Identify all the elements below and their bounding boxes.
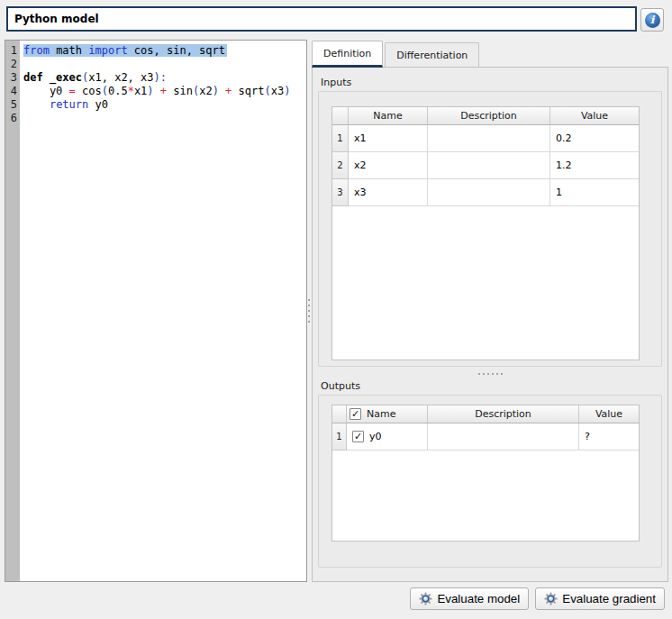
action-buttons: Evaluate model Evaluate gradient bbox=[410, 587, 665, 610]
outputs-table-header: ✓ Name Description Value bbox=[332, 405, 639, 423]
output-enabled-checkbox[interactable]: ✓ bbox=[352, 431, 364, 442]
row-number[interactable]: 1 bbox=[332, 423, 347, 451]
code-line[interactable]: def _exec(x1, x2, x3): bbox=[23, 71, 306, 85]
code-area[interactable]: from math import cos, sin, sqrtdef _exec… bbox=[20, 41, 306, 581]
code-line[interactable]: return y0 bbox=[23, 98, 306, 112]
table-row: 1 ✓ y0 ? bbox=[332, 423, 639, 451]
name-cell[interactable]: ✓ y0 bbox=[347, 423, 428, 451]
table-row: 1 x1 0.2 bbox=[332, 125, 639, 152]
definition-tab-page: Inputs Name Description Value 1 x1 0.2 2 bbox=[312, 67, 668, 582]
horizontal-splitter-handle[interactable] bbox=[313, 367, 667, 380]
description-cell[interactable] bbox=[428, 423, 579, 451]
inputs-table-header: Name Description Value bbox=[332, 107, 639, 125]
row-number[interactable]: 1 bbox=[332, 125, 349, 152]
info-icon: i bbox=[645, 13, 660, 28]
description-cell[interactable] bbox=[428, 152, 550, 179]
column-header-value[interactable]: Value bbox=[579, 405, 639, 423]
value-cell[interactable]: 1.2 bbox=[550, 152, 639, 179]
value-cell[interactable]: 0.2 bbox=[550, 125, 639, 152]
line-number-gutter: 123456 bbox=[5, 41, 20, 581]
column-header-description[interactable]: Description bbox=[428, 405, 579, 423]
code-line[interactable] bbox=[23, 112, 306, 125]
column-header-name[interactable]: Name bbox=[349, 107, 428, 125]
column-header-description[interactable]: Description bbox=[428, 107, 550, 125]
model-name-input[interactable] bbox=[6, 6, 637, 32]
line-number: 3 bbox=[5, 71, 17, 85]
line-number: 4 bbox=[5, 85, 17, 98]
code-editor[interactable]: 123456 from math import cos, sin, sqrtde… bbox=[5, 40, 307, 582]
info-button[interactable]: i bbox=[640, 8, 664, 32]
name-cell[interactable]: x1 bbox=[349, 125, 428, 152]
line-number: 5 bbox=[5, 98, 17, 112]
outputs-group-label: Outputs bbox=[321, 380, 667, 392]
line-number: 1 bbox=[5, 44, 17, 58]
name-cell[interactable]: x3 bbox=[349, 179, 428, 206]
table-row: 3 x3 1 bbox=[332, 179, 639, 206]
gear-icon bbox=[419, 592, 432, 605]
output-name-label: y0 bbox=[369, 431, 382, 442]
description-cell[interactable] bbox=[428, 179, 550, 206]
tab-bar: Definition Differentiation bbox=[312, 40, 668, 67]
code-line[interactable]: from math import cos, sin, sqrt bbox=[23, 44, 306, 58]
select-all-checkbox[interactable]: ✓ bbox=[350, 408, 361, 420]
tab-definition[interactable]: Definition bbox=[312, 41, 383, 68]
gear-icon bbox=[544, 592, 558, 605]
column-header-name[interactable]: ✓ Name bbox=[347, 405, 428, 423]
outputs-table: ✓ Name Description Value 1 ✓ y0 ? bbox=[331, 405, 640, 542]
inputs-table: Name Description Value 1 x1 0.2 2 x2 1.2 bbox=[331, 106, 640, 360]
evaluate-gradient-button[interactable]: Evaluate gradient bbox=[535, 587, 665, 610]
evaluate-model-label: Evaluate model bbox=[437, 592, 520, 605]
column-header-name-label: Name bbox=[367, 408, 395, 420]
python-model-dialog: { "theme": { "accent_border": "#1d3a5f",… bbox=[0, 0, 672, 619]
corner-header-cell[interactable] bbox=[332, 107, 349, 125]
corner-header-cell[interactable] bbox=[332, 405, 347, 423]
code-line[interactable] bbox=[23, 58, 306, 71]
description-cell[interactable] bbox=[428, 125, 550, 152]
evaluate-model-button[interactable]: Evaluate model bbox=[410, 587, 529, 610]
table-row: 2 x2 1.2 bbox=[332, 152, 639, 179]
row-number[interactable]: 2 bbox=[332, 152, 349, 179]
name-cell[interactable]: x2 bbox=[349, 152, 428, 179]
value-cell[interactable]: ? bbox=[579, 423, 639, 451]
outputs-group-box: ✓ Name Description Value 1 ✓ y0 ? bbox=[318, 395, 662, 568]
tab-widget: Definition Differentiation Inputs Name D… bbox=[312, 40, 668, 582]
inputs-group-box: Name Description Value 1 x1 0.2 2 x2 1.2 bbox=[318, 91, 662, 367]
code-line[interactable]: y0 = cos(0.5*x1) + sin(x2) + sqrt(x3) bbox=[23, 85, 306, 98]
line-number: 6 bbox=[5, 112, 17, 125]
evaluate-gradient-label: Evaluate gradient bbox=[562, 592, 656, 605]
line-number: 2 bbox=[5, 58, 17, 71]
value-cell[interactable]: 1 bbox=[550, 179, 639, 206]
tab-differentiation[interactable]: Differentiation bbox=[385, 42, 479, 67]
vertical-splitter-handle[interactable] bbox=[308, 299, 310, 323]
inputs-group-label: Inputs bbox=[321, 77, 667, 88]
row-number[interactable]: 3 bbox=[332, 179, 349, 206]
column-header-value[interactable]: Value bbox=[550, 107, 639, 125]
